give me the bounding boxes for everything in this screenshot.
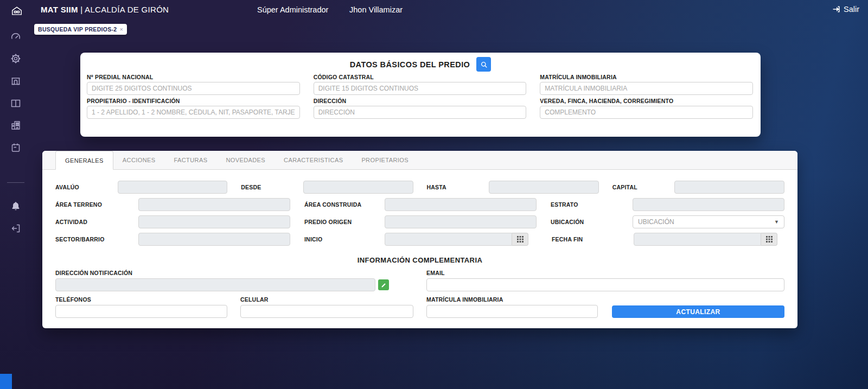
logout-label: Salir: [844, 5, 859, 14]
datos-basicos-card: DATOS BÁSICOS DEL PREDIO Nº PREDIAL NACI…: [80, 53, 761, 137]
calendar-grid-icon: [766, 236, 773, 243]
area-construida-input: [385, 198, 537, 211]
matricula-inmobiliaria-label: MATRÍCULA INMOBILIARIA: [540, 74, 753, 80]
field-propietario: PROPIETARIO - IDENTIFICACIÓN: [87, 95, 300, 119]
telefonos-input[interactable]: [55, 305, 227, 318]
predial-nacional-input[interactable]: [87, 82, 300, 95]
sector-barrio-label: SECTOR/BARRIO: [55, 236, 138, 243]
telefonos-label: TELÉFONOS: [55, 296, 227, 303]
monument-arch-icon[interactable]: [10, 75, 21, 86]
calendar-grid-icon: [517, 236, 524, 243]
fecha-fin-date-group: [634, 233, 777, 246]
informacion-complementaria-title: INFORMACIÓN COMPLEMENTARIA: [55, 256, 784, 264]
chevron-down-icon: ▼: [774, 219, 779, 225]
hasta-input: [489, 181, 599, 194]
municipal-building-icon[interactable]: [10, 120, 21, 131]
open-tab-chip-label: BUSQUEDA VIP PREDIOS-2: [38, 26, 117, 33]
logout-door-icon[interactable]: [10, 223, 21, 234]
inicio-date-group: [385, 233, 528, 246]
field-direccion: DIRECCIÓN: [314, 95, 527, 119]
ubicacion-select[interactable]: UBICACIÓN ▼: [633, 215, 784, 228]
settings-gear-icon[interactable]: [10, 53, 21, 64]
desde-input: [303, 181, 413, 194]
celular-input[interactable]: [240, 305, 413, 318]
search-icon: [480, 61, 488, 68]
email-input[interactable]: [426, 278, 784, 291]
open-book-icon[interactable]: [10, 98, 21, 109]
logout-button[interactable]: Salir: [832, 5, 859, 14]
sidebar-divider: [7, 182, 24, 183]
logout-arrow-icon: [832, 5, 841, 14]
area-terreno-input: [138, 198, 290, 211]
field-predial-nacional: Nº PREDIAL NACIONAL: [87, 71, 300, 95]
predio-origen-label: PREDIO ORIGEN: [304, 219, 385, 225]
capital-input: [674, 181, 784, 194]
inicio-date-input: [385, 233, 512, 246]
direccion-notificacion-input: [55, 278, 375, 291]
desde-label: DESDE: [241, 184, 303, 190]
left-sidebar: [0, 26, 31, 234]
tab-acciones[interactable]: ACCIONES: [113, 151, 165, 169]
fecha-fin-label: FECHA FIN: [552, 236, 634, 243]
field-codigo-catastral: CÓDIGO CATASTRAL: [314, 71, 527, 95]
matricula-inmobiliaria-input[interactable]: [540, 82, 753, 95]
tab-novedades[interactable]: NOVEDADES: [216, 151, 275, 169]
field-vereda: VEREDA, FINCA, HACIENDA, CORREGIMIENTO: [540, 95, 753, 119]
brand-separator: |: [80, 5, 82, 14]
bottom-left-accent: [0, 374, 12, 389]
direccion-notificacion-label: DIRECCIÓN NOTIFICACIÓN: [55, 270, 389, 276]
inicio-calendar-button[interactable]: [512, 233, 528, 246]
area-construida-label: ÁREA CONSTRUIDA: [304, 201, 385, 208]
codigo-catastral-input[interactable]: [314, 82, 527, 95]
tab-facturas[interactable]: FACTURAS: [165, 151, 217, 169]
capital-label: CAPITAL: [612, 184, 675, 190]
vereda-input[interactable]: [540, 106, 753, 119]
pencil-icon: [381, 282, 387, 288]
search-button[interactable]: [476, 57, 491, 72]
tab-caracteristicas[interactable]: CARACTERISTICAS: [275, 151, 352, 169]
tab-generales[interactable]: GENERALES: [55, 151, 113, 170]
app-title: MAT SIIM | ALCALDÍA DE GIRÓN: [41, 5, 169, 14]
propietario-input[interactable]: [87, 106, 300, 119]
card-title: DATOS BÁSICOS DEL PREDIO: [350, 60, 470, 69]
app-logo-house-icon: [11, 5, 23, 17]
open-tab-chip[interactable]: BUSQUEDA VIP PREDIOS-2 ×: [34, 24, 127, 35]
edit-direccion-button[interactable]: [378, 279, 389, 290]
direccion-label: DIRECCIÓN: [314, 98, 527, 104]
matricula-complementaria-label: MATRÍCULA INMOBILIARIA: [426, 296, 598, 303]
predio-origen-input: [385, 215, 537, 228]
direccion-input[interactable]: [314, 106, 527, 119]
tab-bar: GENERALES ACCIONES FACTURAS NOVEDADES CA…: [42, 151, 797, 170]
fecha-fin-date-input: [634, 233, 761, 246]
notifications-bell-icon[interactable]: [10, 201, 21, 212]
ubicacion-select-value: UBICACIÓN: [638, 218, 674, 226]
actividad-label: ACTIVIDAD: [55, 219, 138, 225]
dashboard-gauge-icon[interactable]: [10, 31, 21, 42]
avaluo-label: AVALÚO: [55, 184, 118, 190]
vereda-label: VEREDA, FINCA, HACIENDA, CORREGIMIENTO: [540, 98, 753, 104]
celular-label: CELULAR: [240, 296, 413, 303]
inicio-label: INICIO: [304, 236, 385, 243]
clipboard-icon[interactable]: [10, 142, 21, 153]
propietario-label: PROPIETARIO - IDENTIFICACIÓN: [87, 98, 300, 104]
estrato-label: ESTRATO: [551, 201, 633, 208]
tab-propietarios[interactable]: PROPIETARIOS: [352, 151, 418, 169]
actualizar-button[interactable]: ACTUALIZAR: [612, 305, 784, 318]
predial-nacional-label: Nº PREDIAL NACIONAL: [87, 74, 300, 80]
close-icon[interactable]: ×: [119, 26, 123, 33]
matricula-complementaria-input[interactable]: [426, 305, 598, 318]
area-terreno-label: ÁREA TERRENO: [55, 201, 138, 208]
estrato-input: [633, 198, 784, 211]
hasta-label: HASTA: [426, 184, 489, 190]
user-role: Súper Administrador: [257, 5, 328, 14]
email-label: EMAIL: [426, 270, 784, 276]
sector-barrio-input: [138, 233, 290, 246]
user-name[interactable]: Jhon Villamizar: [349, 5, 403, 14]
ubicacion-label: UBICACIÓN: [551, 219, 633, 225]
brand-name: ALCALDÍA DE GIRÓN: [85, 5, 169, 14]
predio-detail-card: GENERALES ACCIONES FACTURAS NOVEDADES CA…: [42, 151, 797, 328]
brand-bold: MAT SIIM: [41, 5, 78, 14]
fecha-fin-calendar-button[interactable]: [761, 233, 777, 246]
avaluo-input: [118, 181, 228, 194]
top-header: MAT SIIM | ALCALDÍA DE GIRÓN Súper Admin…: [0, 0, 868, 21]
